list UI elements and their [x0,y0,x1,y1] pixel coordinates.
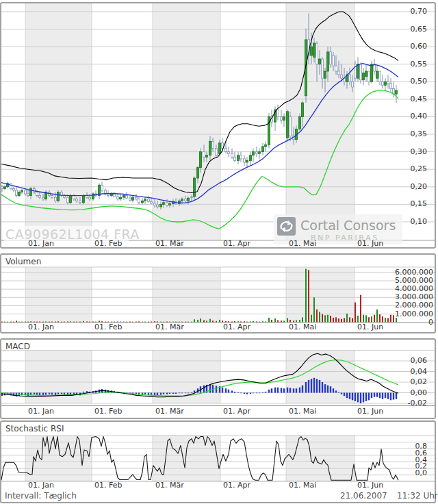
month-label: 01. Feb [94,481,122,490]
month-label: 01. Jan [28,323,54,331]
volume-axis-label: 1.000.000 [395,310,433,318]
price-axis-label: 0,25 [411,164,428,173]
month-label: 01. Feb [94,239,122,248]
date-label: 21.06.2007 [340,491,387,501]
price-axis-label: 0,45 [411,94,428,103]
price-axis-label: 0,20 [411,182,428,191]
month-label: 01. Mai [289,323,316,331]
time-label: 11:32 Uhr [397,491,438,501]
macd-axis-label: 0,06 [411,356,428,365]
month-label: 01. Jun [357,481,383,490]
volume-chart-svg [1,255,435,332]
volume-panel-title: Volumen [5,257,41,266]
price-axis-label: 0,35 [411,129,428,138]
stock-chart-app: Volumen MACD Stochastic RSI Intervall: T… [0,0,438,504]
month-label: 01. Apr [223,481,250,490]
price-chart-svg: CA90962L1004 FRACortal ConsorsBNP PARIBA… [1,3,435,247]
volume-axis-label: 0 [428,318,433,327]
month-label: 01. Jun [357,239,383,248]
month-label: 01. Feb [94,323,122,331]
month-label: 01. Apr [223,239,250,248]
price-axis-label: 0,15 [411,199,428,208]
month-label: 01. Mär [155,323,184,331]
volume-axis-label: 3.000.000 [395,292,433,301]
logo-brand-text: Cortal Consors [300,218,396,233]
macd-chart-svg [1,340,435,418]
stochastic-rsi-panel-title: Stochastic RSI [5,424,64,433]
price-axis-label: 0,55 [411,60,428,68]
month-label: 01. Feb [94,407,122,416]
stochastic-axis-label: 0,0 [415,468,428,477]
month-label: 01. Jan [28,481,54,490]
volume-axis-label: 2.000.000 [395,301,433,310]
price-axis-label: 0,10 [411,217,428,226]
price-axis-label: 0,30 [411,147,428,156]
price-axis-label: 0,65 [411,25,428,34]
stochastic-rsi-chart-svg [1,422,435,502]
month-label: 01. Mär [155,481,184,490]
month-label: 01. Mai [289,407,316,416]
month-label: 01. Jan [28,407,54,416]
month-label: 01. Mai [289,481,316,490]
macd-axis-label: 0,04 [411,367,428,376]
price-axis-label: 0,50 [411,77,428,86]
month-label: 01. Apr [223,323,250,331]
month-label: 01. Mär [155,407,184,416]
price-axis-label: 0,40 [411,112,428,121]
macd-axis-label: 0,00 [411,388,428,397]
price-axis-label: 0,60 [411,42,428,51]
month-label: 01. Mai [289,239,316,248]
price-axis-label: 0,70 [411,7,428,16]
month-label: 01. Jun [357,407,383,416]
circular-arrows-icon [277,217,296,236]
month-label: 01. Jan [28,239,54,248]
month-label: 01. Jun [357,323,383,331]
macd-axis-label: -0,02 [408,399,427,407]
month-label: 01. Apr [223,407,250,416]
interval-label: Intervall: Tæglich [5,491,77,501]
month-label: 01. Mär [155,239,184,248]
macd-axis-label: 0,02 [411,377,428,386]
volume-axis-label: 6.000.000 [395,268,433,277]
volume-axis-label: 4.000.000 [395,284,433,293]
volume-axis-label: 5.000.000 [395,276,433,285]
macd-panel-title: MACD [5,342,30,351]
